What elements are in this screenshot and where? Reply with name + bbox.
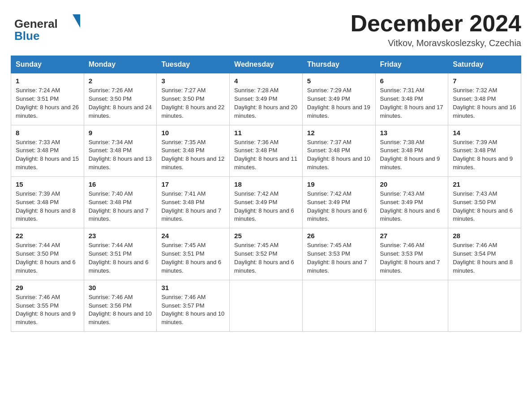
calendar-cell: 1Sunrise: 7:24 AMSunset: 3:51 PMDaylight… [11,73,84,125]
calendar-cell: 31Sunrise: 7:46 AMSunset: 3:57 PMDayligh… [157,280,230,331]
calendar-cell [230,280,303,331]
calendar-cell: 16Sunrise: 7:40 AMSunset: 3:48 PMDayligh… [84,176,157,228]
calendar-cell: 20Sunrise: 7:43 AMSunset: 3:49 PMDayligh… [375,176,448,228]
day-number: 3 [161,77,225,85]
calendar-cell: 7Sunrise: 7:32 AMSunset: 3:48 PMDaylight… [448,73,521,125]
day-info: Sunrise: 7:28 AMSunset: 3:49 PMDaylight:… [234,86,298,120]
day-number: 19 [307,180,371,188]
calendar-week-row: 29Sunrise: 7:46 AMSunset: 3:55 PMDayligh… [11,280,521,331]
calendar-cell: 21Sunrise: 7:43 AMSunset: 3:50 PMDayligh… [448,176,521,228]
day-number: 30 [89,284,152,291]
day-number: 9 [89,129,152,137]
calendar-cell: 3Sunrise: 7:27 AMSunset: 3:50 PMDaylight… [157,73,230,125]
month-title: December 2024 [350,11,521,36]
day-number: 11 [234,129,298,137]
day-info: Sunrise: 7:24 AMSunset: 3:51 PMDaylight:… [16,86,79,120]
day-info: Sunrise: 7:27 AMSunset: 3:50 PMDaylight:… [161,86,225,120]
calendar-cell [302,280,375,331]
calendar-cell: 24Sunrise: 7:45 AMSunset: 3:51 PMDayligh… [157,228,230,280]
title-block: December 2024 Vitkov, Moravskoslezsky, C… [350,11,521,48]
calendar-cell: 17Sunrise: 7:41 AMSunset: 3:48 PMDayligh… [157,176,230,228]
day-number: 23 [89,232,152,240]
logo-svg: General Blue [11,11,87,44]
calendar-week-row: 1Sunrise: 7:24 AMSunset: 3:51 PMDaylight… [11,73,521,125]
calendar-week-row: 15Sunrise: 7:39 AMSunset: 3:48 PMDayligh… [11,176,521,228]
day-info: Sunrise: 7:43 AMSunset: 3:50 PMDaylight:… [453,190,516,223]
day-info: Sunrise: 7:35 AMSunset: 3:48 PMDaylight:… [161,138,225,172]
calendar-cell: 22Sunrise: 7:44 AMSunset: 3:50 PMDayligh… [11,228,84,280]
col-header-tuesday: Tuesday [157,56,230,73]
day-info: Sunrise: 7:36 AMSunset: 3:48 PMDaylight:… [234,138,298,172]
calendar-cell: 19Sunrise: 7:42 AMSunset: 3:49 PMDayligh… [302,176,375,228]
calendar-header-row: SundayMondayTuesdayWednesdayThursdayFrid… [11,56,521,73]
location: Vitkov, Moravskoslezsky, Czechia [350,38,521,48]
calendar-cell: 23Sunrise: 7:44 AMSunset: 3:51 PMDayligh… [84,228,157,280]
col-header-wednesday: Wednesday [230,56,303,73]
calendar-cell: 6Sunrise: 7:31 AMSunset: 3:48 PMDaylight… [375,73,448,125]
day-info: Sunrise: 7:45 AMSunset: 3:52 PMDaylight:… [234,241,298,275]
calendar-cell: 8Sunrise: 7:33 AMSunset: 3:48 PMDaylight… [11,125,84,176]
day-number: 18 [234,180,298,188]
calendar-cell: 30Sunrise: 7:46 AMSunset: 3:56 PMDayligh… [84,280,157,331]
day-number: 7 [453,77,516,85]
calendar-cell: 18Sunrise: 7:42 AMSunset: 3:49 PMDayligh… [230,176,303,228]
calendar-week-row: 22Sunrise: 7:44 AMSunset: 3:50 PMDayligh… [11,228,521,280]
day-number: 1 [16,77,79,85]
day-info: Sunrise: 7:42 AMSunset: 3:49 PMDaylight:… [307,190,371,223]
col-header-friday: Friday [375,56,448,73]
day-info: Sunrise: 7:32 AMSunset: 3:48 PMDaylight:… [453,86,516,120]
day-info: Sunrise: 7:37 AMSunset: 3:48 PMDaylight:… [307,138,371,172]
page-header: General Blue December 2024 Vitkov, Morav… [11,11,521,48]
day-number: 5 [307,77,371,85]
day-info: Sunrise: 7:34 AMSunset: 3:48 PMDaylight:… [89,138,152,172]
day-number: 29 [16,284,79,291]
calendar-cell: 11Sunrise: 7:36 AMSunset: 3:48 PMDayligh… [230,125,303,176]
day-number: 21 [453,180,516,188]
day-number: 15 [16,180,79,188]
calendar-cell: 5Sunrise: 7:29 AMSunset: 3:49 PMDaylight… [302,73,375,125]
calendar-cell: 9Sunrise: 7:34 AMSunset: 3:48 PMDaylight… [84,125,157,176]
logo: General Blue [11,11,87,44]
day-info: Sunrise: 7:43 AMSunset: 3:49 PMDaylight:… [380,190,444,223]
day-info: Sunrise: 7:40 AMSunset: 3:48 PMDaylight:… [89,190,152,223]
day-number: 13 [380,129,444,137]
calendar-cell: 14Sunrise: 7:39 AMSunset: 3:48 PMDayligh… [448,125,521,176]
calendar-cell: 27Sunrise: 7:46 AMSunset: 3:53 PMDayligh… [375,228,448,280]
day-number: 28 [453,232,516,240]
day-info: Sunrise: 7:46 AMSunset: 3:55 PMDaylight:… [16,293,79,327]
svg-text:Blue: Blue [14,29,39,43]
day-number: 4 [234,77,298,85]
calendar-body: 1Sunrise: 7:24 AMSunset: 3:51 PMDaylight… [11,73,521,332]
day-info: Sunrise: 7:45 AMSunset: 3:53 PMDaylight:… [307,241,371,275]
day-info: Sunrise: 7:26 AMSunset: 3:50 PMDaylight:… [89,86,152,120]
svg-text:General: General [14,17,58,30]
calendar-cell: 25Sunrise: 7:45 AMSunset: 3:52 PMDayligh… [230,228,303,280]
day-info: Sunrise: 7:46 AMSunset: 3:53 PMDaylight:… [380,241,444,275]
day-info: Sunrise: 7:39 AMSunset: 3:48 PMDaylight:… [16,190,79,223]
day-info: Sunrise: 7:29 AMSunset: 3:49 PMDaylight:… [307,86,371,120]
day-info: Sunrise: 7:45 AMSunset: 3:51 PMDaylight:… [161,241,225,275]
day-number: 2 [89,77,152,85]
day-info: Sunrise: 7:33 AMSunset: 3:48 PMDaylight:… [16,138,79,172]
day-number: 16 [89,180,152,188]
calendar-cell: 4Sunrise: 7:28 AMSunset: 3:49 PMDaylight… [230,73,303,125]
day-info: Sunrise: 7:38 AMSunset: 3:48 PMDaylight:… [380,138,444,172]
day-info: Sunrise: 7:46 AMSunset: 3:54 PMDaylight:… [453,241,516,275]
day-number: 20 [380,180,444,188]
col-header-saturday: Saturday [448,56,521,73]
day-number: 22 [16,232,79,240]
calendar-cell: 2Sunrise: 7:26 AMSunset: 3:50 PMDaylight… [84,73,157,125]
calendar-cell: 29Sunrise: 7:46 AMSunset: 3:55 PMDayligh… [11,280,84,331]
day-number: 31 [161,284,225,291]
col-header-thursday: Thursday [302,56,375,73]
col-header-monday: Monday [84,56,157,73]
day-number: 25 [234,232,298,240]
day-info: Sunrise: 7:44 AMSunset: 3:50 PMDaylight:… [16,241,79,275]
calendar-week-row: 8Sunrise: 7:33 AMSunset: 3:48 PMDaylight… [11,125,521,176]
day-info: Sunrise: 7:46 AMSunset: 3:56 PMDaylight:… [89,293,152,327]
col-header-sunday: Sunday [11,56,84,73]
day-number: 14 [453,129,516,137]
day-number: 17 [161,180,225,188]
day-number: 27 [380,232,444,240]
calendar-cell: 10Sunrise: 7:35 AMSunset: 3:48 PMDayligh… [157,125,230,176]
